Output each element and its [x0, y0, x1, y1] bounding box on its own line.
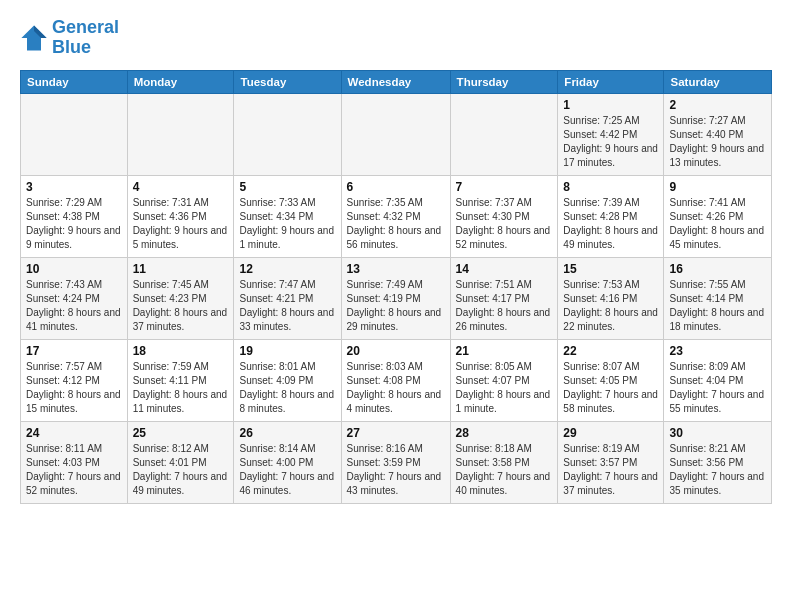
calendar-cell [127, 93, 234, 175]
day-info: Sunrise: 7:59 AM Sunset: 4:11 PM Dayligh… [133, 360, 229, 416]
day-info: Sunrise: 7:35 AM Sunset: 4:32 PM Dayligh… [347, 196, 445, 252]
week-row-2: 3Sunrise: 7:29 AM Sunset: 4:38 PM Daylig… [21, 175, 772, 257]
day-number: 12 [239, 262, 335, 276]
week-row-3: 10Sunrise: 7:43 AM Sunset: 4:24 PM Dayli… [21, 257, 772, 339]
day-number: 18 [133, 344, 229, 358]
day-number: 26 [239, 426, 335, 440]
day-number: 6 [347, 180, 445, 194]
day-header-thursday: Thursday [450, 70, 558, 93]
day-info: Sunrise: 7:47 AM Sunset: 4:21 PM Dayligh… [239, 278, 335, 334]
day-info: Sunrise: 7:29 AM Sunset: 4:38 PM Dayligh… [26, 196, 122, 252]
calendar-cell: 12Sunrise: 7:47 AM Sunset: 4:21 PM Dayli… [234, 257, 341, 339]
calendar-cell: 5Sunrise: 7:33 AM Sunset: 4:34 PM Daylig… [234, 175, 341, 257]
week-row-5: 24Sunrise: 8:11 AM Sunset: 4:03 PM Dayli… [21, 421, 772, 503]
day-header-tuesday: Tuesday [234, 70, 341, 93]
calendar-cell: 20Sunrise: 8:03 AM Sunset: 4:08 PM Dayli… [341, 339, 450, 421]
day-info: Sunrise: 7:51 AM Sunset: 4:17 PM Dayligh… [456, 278, 553, 334]
week-row-4: 17Sunrise: 7:57 AM Sunset: 4:12 PM Dayli… [21, 339, 772, 421]
calendar-cell: 8Sunrise: 7:39 AM Sunset: 4:28 PM Daylig… [558, 175, 664, 257]
day-info: Sunrise: 7:57 AM Sunset: 4:12 PM Dayligh… [26, 360, 122, 416]
week-row-1: 1Sunrise: 7:25 AM Sunset: 4:42 PM Daylig… [21, 93, 772, 175]
day-info: Sunrise: 8:11 AM Sunset: 4:03 PM Dayligh… [26, 442, 122, 498]
calendar-cell: 14Sunrise: 7:51 AM Sunset: 4:17 PM Dayli… [450, 257, 558, 339]
calendar-cell [341, 93, 450, 175]
calendar-cell: 3Sunrise: 7:29 AM Sunset: 4:38 PM Daylig… [21, 175, 128, 257]
calendar-header-row: SundayMondayTuesdayWednesdayThursdayFrid… [21, 70, 772, 93]
day-number: 24 [26, 426, 122, 440]
calendar-cell [21, 93, 128, 175]
calendar-cell: 6Sunrise: 7:35 AM Sunset: 4:32 PM Daylig… [341, 175, 450, 257]
calendar-cell: 10Sunrise: 7:43 AM Sunset: 4:24 PM Dayli… [21, 257, 128, 339]
day-number: 14 [456, 262, 553, 276]
calendar-cell: 1Sunrise: 7:25 AM Sunset: 4:42 PM Daylig… [558, 93, 664, 175]
day-number: 8 [563, 180, 658, 194]
day-info: Sunrise: 8:16 AM Sunset: 3:59 PM Dayligh… [347, 442, 445, 498]
day-info: Sunrise: 8:05 AM Sunset: 4:07 PM Dayligh… [456, 360, 553, 416]
day-info: Sunrise: 8:09 AM Sunset: 4:04 PM Dayligh… [669, 360, 766, 416]
calendar-cell: 19Sunrise: 8:01 AM Sunset: 4:09 PM Dayli… [234, 339, 341, 421]
day-number: 15 [563, 262, 658, 276]
day-info: Sunrise: 7:39 AM Sunset: 4:28 PM Dayligh… [563, 196, 658, 252]
day-number: 10 [26, 262, 122, 276]
calendar-cell: 16Sunrise: 7:55 AM Sunset: 4:14 PM Dayli… [664, 257, 772, 339]
day-number: 13 [347, 262, 445, 276]
day-number: 5 [239, 180, 335, 194]
day-header-wednesday: Wednesday [341, 70, 450, 93]
day-info: Sunrise: 7:37 AM Sunset: 4:30 PM Dayligh… [456, 196, 553, 252]
calendar-cell: 26Sunrise: 8:14 AM Sunset: 4:00 PM Dayli… [234, 421, 341, 503]
calendar-cell [450, 93, 558, 175]
calendar-cell: 15Sunrise: 7:53 AM Sunset: 4:16 PM Dayli… [558, 257, 664, 339]
calendar-cell: 24Sunrise: 8:11 AM Sunset: 4:03 PM Dayli… [21, 421, 128, 503]
day-number: 1 [563, 98, 658, 112]
day-number: 16 [669, 262, 766, 276]
day-number: 19 [239, 344, 335, 358]
day-number: 25 [133, 426, 229, 440]
day-number: 4 [133, 180, 229, 194]
day-number: 17 [26, 344, 122, 358]
page: General Blue SundayMondayTuesdayWednesda… [0, 0, 792, 514]
calendar-cell: 25Sunrise: 8:12 AM Sunset: 4:01 PM Dayli… [127, 421, 234, 503]
day-number: 22 [563, 344, 658, 358]
calendar-cell: 28Sunrise: 8:18 AM Sunset: 3:58 PM Dayli… [450, 421, 558, 503]
header: General Blue [20, 18, 772, 58]
day-info: Sunrise: 8:01 AM Sunset: 4:09 PM Dayligh… [239, 360, 335, 416]
day-number: 30 [669, 426, 766, 440]
day-header-friday: Friday [558, 70, 664, 93]
day-info: Sunrise: 7:41 AM Sunset: 4:26 PM Dayligh… [669, 196, 766, 252]
day-info: Sunrise: 7:55 AM Sunset: 4:14 PM Dayligh… [669, 278, 766, 334]
day-info: Sunrise: 8:19 AM Sunset: 3:57 PM Dayligh… [563, 442, 658, 498]
calendar-cell: 13Sunrise: 7:49 AM Sunset: 4:19 PM Dayli… [341, 257, 450, 339]
day-number: 7 [456, 180, 553, 194]
day-number: 29 [563, 426, 658, 440]
day-number: 2 [669, 98, 766, 112]
day-info: Sunrise: 8:14 AM Sunset: 4:00 PM Dayligh… [239, 442, 335, 498]
calendar-cell: 18Sunrise: 7:59 AM Sunset: 4:11 PM Dayli… [127, 339, 234, 421]
calendar-cell: 27Sunrise: 8:16 AM Sunset: 3:59 PM Dayli… [341, 421, 450, 503]
calendar-cell [234, 93, 341, 175]
day-info: Sunrise: 8:12 AM Sunset: 4:01 PM Dayligh… [133, 442, 229, 498]
day-info: Sunrise: 7:45 AM Sunset: 4:23 PM Dayligh… [133, 278, 229, 334]
day-info: Sunrise: 8:03 AM Sunset: 4:08 PM Dayligh… [347, 360, 445, 416]
day-info: Sunrise: 8:18 AM Sunset: 3:58 PM Dayligh… [456, 442, 553, 498]
day-number: 23 [669, 344, 766, 358]
day-number: 20 [347, 344, 445, 358]
day-header-sunday: Sunday [21, 70, 128, 93]
calendar-cell: 17Sunrise: 7:57 AM Sunset: 4:12 PM Dayli… [21, 339, 128, 421]
day-number: 21 [456, 344, 553, 358]
day-info: Sunrise: 7:33 AM Sunset: 4:34 PM Dayligh… [239, 196, 335, 252]
day-header-saturday: Saturday [664, 70, 772, 93]
day-number: 3 [26, 180, 122, 194]
day-number: 11 [133, 262, 229, 276]
calendar-cell: 23Sunrise: 8:09 AM Sunset: 4:04 PM Dayli… [664, 339, 772, 421]
day-info: Sunrise: 8:21 AM Sunset: 3:56 PM Dayligh… [669, 442, 766, 498]
day-number: 9 [669, 180, 766, 194]
calendar-cell: 4Sunrise: 7:31 AM Sunset: 4:36 PM Daylig… [127, 175, 234, 257]
calendar-cell: 21Sunrise: 8:05 AM Sunset: 4:07 PM Dayli… [450, 339, 558, 421]
calendar-cell: 30Sunrise: 8:21 AM Sunset: 3:56 PM Dayli… [664, 421, 772, 503]
day-info: Sunrise: 7:25 AM Sunset: 4:42 PM Dayligh… [563, 114, 658, 170]
day-info: Sunrise: 8:07 AM Sunset: 4:05 PM Dayligh… [563, 360, 658, 416]
day-info: Sunrise: 7:43 AM Sunset: 4:24 PM Dayligh… [26, 278, 122, 334]
day-info: Sunrise: 7:31 AM Sunset: 4:36 PM Dayligh… [133, 196, 229, 252]
calendar-cell: 7Sunrise: 7:37 AM Sunset: 4:30 PM Daylig… [450, 175, 558, 257]
day-info: Sunrise: 7:53 AM Sunset: 4:16 PM Dayligh… [563, 278, 658, 334]
